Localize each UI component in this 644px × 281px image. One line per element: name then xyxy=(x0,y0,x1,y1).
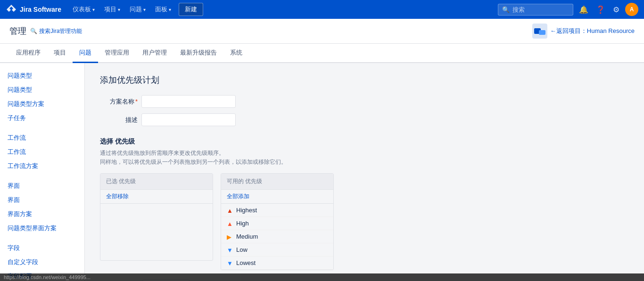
sidebar-item-issue-type-scheme[interactable]: 问题类型方案 xyxy=(0,97,84,111)
scheme-name-label: 方案名称 xyxy=(100,97,138,106)
sub-nav: 应用程序 项目 问题 管理应用 用户管理 最新升级报告 系统 xyxy=(0,44,644,63)
sidebar: 问题类型 问题类型 问题类型方案 子任务 工作流 工作流 工作流方案 界面 界面… xyxy=(0,63,85,281)
priority-desc1: 通过将优先级拖放到所需顺序来更改优先级顺序。 同样地，可以将优先级从一个列表拖放… xyxy=(100,149,629,167)
main-layout: 问题类型 问题类型 问题类型方案 子任务 工作流 工作流 工作流方案 界面 界面… xyxy=(0,63,644,281)
create-button[interactable]: 新建 xyxy=(179,3,203,16)
selected-priority-list: 已选 优先级 全部移除 xyxy=(100,173,213,261)
logo-text: Jira Software xyxy=(20,6,61,13)
scheme-name-input[interactable] xyxy=(141,95,236,108)
sidebar-item-field-group[interactable]: 字段 xyxy=(0,241,84,255)
available-priority-list: 可用的 优先级 全部添加 ▲ Highest ▲ High ▶ xyxy=(221,173,334,270)
available-items-container: ▲ Highest ▲ High ▶ Medium ▼ xyxy=(221,204,333,270)
svg-rect-2 xyxy=(539,30,545,35)
sidebar-item-screen-group[interactable]: 界面 xyxy=(0,179,84,193)
sidebar-item-workflow-scheme[interactable]: 工作流方案 xyxy=(0,159,84,173)
url-bar: https://blog.csdn.net/weixin_449995... xyxy=(0,273,644,281)
nav-dashboard[interactable]: 仪表板 ▾ xyxy=(69,3,99,16)
sidebar-item-custom-field[interactable]: 自定义字段 xyxy=(0,255,84,269)
priority-item-high[interactable]: ▲ High xyxy=(221,217,333,230)
low-icon: ▼ xyxy=(227,247,233,253)
settings-icon[interactable]: ⚙ xyxy=(611,3,621,16)
user-avatar[interactable]: A xyxy=(625,3,638,16)
sidebar-item-screen[interactable]: 界面 xyxy=(0,193,84,207)
sidebar-item-screen-scheme[interactable]: 界面方案 xyxy=(0,207,84,221)
priority-item-highest[interactable]: ▲ Highest xyxy=(221,204,333,217)
jira-logo[interactable]: Jira Software xyxy=(6,4,61,15)
sidebar-item-subtask[interactable]: 子任务 xyxy=(0,111,84,125)
sidebar-item-issue-type2[interactable]: 问题类型 xyxy=(0,83,84,97)
high-icon: ▲ xyxy=(227,220,233,227)
sidebar-item-workflow-group[interactable]: 工作流 xyxy=(0,131,84,145)
sub-nav-user-manage[interactable]: 用户管理 xyxy=(136,44,173,63)
sub-nav-app[interactable]: 应用程序 xyxy=(9,44,47,63)
chevron-icon: ▾ xyxy=(143,7,146,12)
chevron-icon: ▾ xyxy=(92,7,95,12)
sub-nav-project[interactable]: 项目 xyxy=(47,44,73,63)
remove-all-button[interactable]: 全部移除 xyxy=(100,190,213,204)
selected-list-header: 已选 优先级 xyxy=(100,174,213,190)
dual-list-container: 已选 优先级 全部移除 可用的 优先级 全部添加 ▲ Highest xyxy=(100,173,629,270)
priority-section: 选择 优先级 通过将优先级拖放到所需顺序来更改优先级顺序。 同样地，可以将优先级… xyxy=(100,137,629,270)
top-nav-right: 🔍 🔔 ❓ ⚙ A xyxy=(498,3,638,16)
global-search[interactable]: 🔍 xyxy=(498,4,573,16)
sub-nav-issue[interactable]: 问题 xyxy=(73,44,98,63)
sub-nav-system[interactable]: 系统 xyxy=(223,44,249,63)
search-icon-small: 🔍 xyxy=(30,28,37,34)
nav-issue[interactable]: 问题 ▾ xyxy=(126,3,149,16)
search-input[interactable] xyxy=(512,6,569,13)
description-label: 描述 xyxy=(100,116,138,124)
add-all-button[interactable]: 全部添加 xyxy=(221,190,333,204)
sub-nav-manage-app[interactable]: 管理应用 xyxy=(98,44,136,63)
available-list-header: 可用的 优先级 xyxy=(221,174,333,190)
sidebar-item-screen-issue-type[interactable]: 问题类型界面方案 xyxy=(0,221,84,235)
description-input[interactable] xyxy=(141,113,236,126)
medium-icon: ▶ xyxy=(227,233,233,240)
scheme-name-row: 方案名称 xyxy=(100,95,629,108)
content-area: 添加优先级计划 方案名称 描述 选择 优先级 通过将优先级拖放到所需顺序来更改优… xyxy=(85,63,644,281)
top-nav-bar: Jira Software 仪表板 ▾ 项目 ▾ 问题 ▾ 面板 ▾ 新建 🔍 … xyxy=(0,0,644,19)
top-nav-menu: 仪表板 ▾ 项目 ▾ 问题 ▾ 面板 ▾ 新建 xyxy=(69,3,203,16)
lowest-icon: ▼ xyxy=(227,260,233,266)
admin-title-area: 管理 🔍 搜索Jira管理功能 xyxy=(9,25,82,37)
sidebar-item-issue-type[interactable]: 问题类型 xyxy=(0,69,84,83)
admin-header: 管理 🔍 搜索Jira管理功能 ←返回项目：Human Resource xyxy=(0,19,644,44)
admin-search-link[interactable]: 🔍 搜索Jira管理功能 xyxy=(30,27,82,35)
admin-title: 管理 xyxy=(9,25,26,37)
priority-item-low[interactable]: ▼ Low xyxy=(221,243,333,257)
search-icon: 🔍 xyxy=(502,6,510,13)
chevron-icon: ▾ xyxy=(118,7,120,12)
priority-item-medium[interactable]: ▶ Medium xyxy=(221,230,333,243)
sidebar-item-workflow[interactable]: 工作流 xyxy=(0,145,84,159)
nav-board[interactable]: 面板 ▾ xyxy=(151,3,175,16)
nav-project[interactable]: 项目 ▾ xyxy=(100,3,124,16)
chevron-icon: ▾ xyxy=(169,7,171,12)
notification-icon[interactable]: 🔔 xyxy=(577,3,590,16)
priority-item-lowest[interactable]: ▼ Lowest xyxy=(221,257,333,270)
priority-section-title: 选择 优先级 xyxy=(100,137,629,146)
help-icon[interactable]: ❓ xyxy=(594,3,607,16)
return-project-link[interactable]: ←返回项目：Human Resource xyxy=(532,24,635,39)
page-title: 添加优先级计划 xyxy=(100,74,629,86)
highest-icon: ▲ xyxy=(227,207,233,214)
selected-items-container xyxy=(100,204,213,260)
description-row: 描述 xyxy=(100,113,629,126)
sub-nav-upgrade[interactable]: 最新升级报告 xyxy=(173,44,223,63)
